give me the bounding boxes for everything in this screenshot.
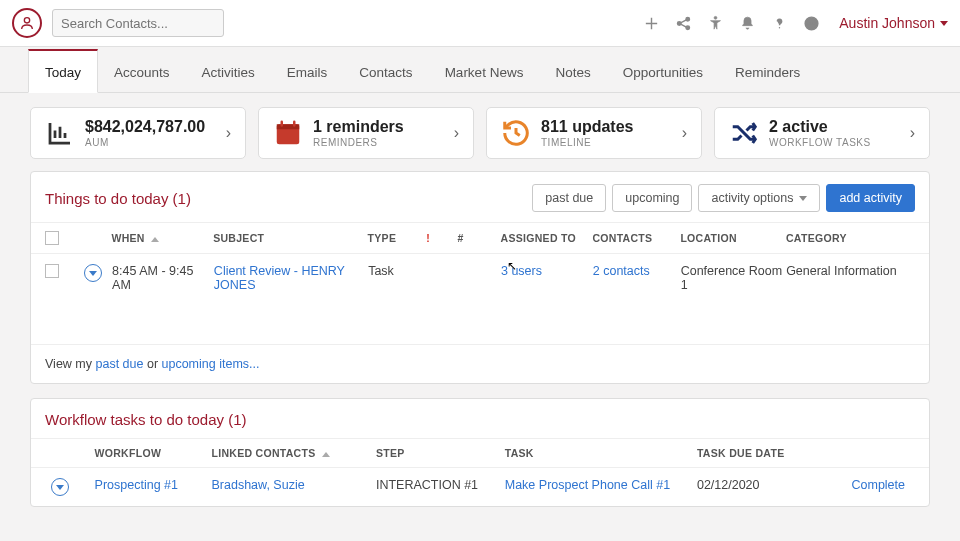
col-workflow[interactable]: WORKFLOW <box>95 447 212 459</box>
svg-point-8 <box>811 22 812 23</box>
history-icon <box>501 120 531 146</box>
things-panel: Things to do today (1) past due upcoming… <box>30 171 930 384</box>
upcoming-button[interactable]: upcoming <box>612 184 692 212</box>
tab-emails[interactable]: Emails <box>271 51 344 92</box>
shuffle-icon <box>729 120 759 146</box>
tabbar: Today Accounts Activities Emails Contact… <box>0 47 960 93</box>
cell-workflow[interactable]: Prospecting #1 <box>95 478 212 492</box>
chevron-down-icon <box>89 271 97 276</box>
activity-options-button[interactable]: activity options <box>698 184 820 212</box>
svg-point-7 <box>808 22 809 23</box>
svg-point-9 <box>813 22 814 23</box>
card-aum[interactable]: $842,024,787.00AUM › <box>30 107 246 159</box>
workflow-panel: Workflow tasks to do today (1) WORKFLOW … <box>30 398 930 507</box>
table-row[interactable]: Prospecting #1 Bradshaw, Suzie INTERACTI… <box>31 468 929 506</box>
col-task[interactable]: TASK <box>505 447 697 459</box>
card-sub: REMINDERS <box>313 137 404 148</box>
card-sub: TIMELINE <box>541 137 633 148</box>
panel-title: Things to do today (1) <box>45 190 191 207</box>
col-linked[interactable]: LINKED CONTACTS <box>211 447 375 459</box>
calendar-icon <box>273 120 303 146</box>
footer-mid: or <box>143 357 161 371</box>
cell-when: 8:45 AM - 9:45 AM <box>112 264 214 292</box>
cell-task[interactable]: Make Prospect Phone Call #1 <box>505 478 697 492</box>
cell-assigned[interactable]: 3 users <box>501 264 593 278</box>
label: activity options <box>711 191 793 205</box>
col-subject[interactable]: SUBJECT <box>213 232 367 244</box>
card-reminders[interactable]: 1 remindersREMINDERS › <box>258 107 474 159</box>
user-menu[interactable]: Austin Johnson <box>839 15 948 31</box>
tab-notes[interactable]: Notes <box>539 51 606 92</box>
card-title: 2 active <box>769 118 871 136</box>
cell-linked[interactable]: Bradshaw, Suzie <box>212 478 376 492</box>
search-input[interactable] <box>52 9 224 37</box>
cell-location: Conference Room 1 <box>681 264 786 292</box>
accessibility-icon[interactable] <box>701 9 729 37</box>
col-category[interactable]: CATEGORY <box>786 232 915 244</box>
panel-title: Workflow tasks to do today (1) <box>45 411 246 428</box>
caret-down-icon <box>799 196 807 201</box>
svg-rect-11 <box>277 124 300 129</box>
chat-icon[interactable] <box>797 9 825 37</box>
card-title: 1 reminders <box>313 118 404 136</box>
caret-down-icon <box>940 21 948 26</box>
col-due[interactable]: TASK DUE DATE <box>697 447 836 459</box>
svg-rect-13 <box>293 121 296 127</box>
cell-step: INTERACTION #1 <box>376 478 505 492</box>
username-label: Austin Johnson <box>839 15 935 31</box>
col-type[interactable]: TYPE <box>368 232 427 244</box>
plus-icon[interactable] <box>637 9 665 37</box>
card-updates[interactable]: 811 updatesTIMELINE › <box>486 107 702 159</box>
cell-category: General Information <box>786 264 915 278</box>
table-row[interactable]: 8:45 AM - 9:45 AM Client Review - HENRY … <box>31 254 929 302</box>
row-checkbox[interactable] <box>45 264 59 278</box>
upcoming-items-link[interactable]: upcoming items... <box>162 357 260 371</box>
card-sub: WORKFLOW TASKS <box>769 137 871 148</box>
bar-chart-icon <box>45 120 75 146</box>
cell-subject[interactable]: Client Review - HENRY JONES <box>214 264 368 292</box>
tab-reminders[interactable]: Reminders <box>719 51 816 92</box>
footer-prefix: View my <box>45 357 95 371</box>
tab-accounts[interactable]: Accounts <box>98 51 186 92</box>
col-priority[interactable]: ! <box>426 232 457 244</box>
col-assigned[interactable]: ASSIGNED TO <box>501 232 593 244</box>
things-table-header: WHEN SUBJECT TYPE ! # ASSIGNED TO CONTAC… <box>31 222 929 254</box>
select-all-checkbox[interactable] <box>45 231 59 245</box>
tab-contacts[interactable]: Contacts <box>343 51 428 92</box>
cell-contacts[interactable]: 2 contacts <box>593 264 681 278</box>
help-icon[interactable] <box>765 9 793 37</box>
tab-market-news[interactable]: Market News <box>429 51 540 92</box>
svg-point-0 <box>24 18 29 23</box>
complete-link[interactable]: Complete <box>836 478 915 492</box>
add-activity-button[interactable]: add activity <box>826 184 915 212</box>
app-logo[interactable] <box>12 8 42 38</box>
past-due-button[interactable]: past due <box>532 184 606 212</box>
tab-activities[interactable]: Activities <box>186 51 271 92</box>
tab-opportunities[interactable]: Opportunities <box>607 51 719 92</box>
col-step[interactable]: STEP <box>376 447 505 459</box>
col-number[interactable]: # <box>458 232 501 244</box>
expand-toggle[interactable] <box>51 478 69 496</box>
past-due-link[interactable]: past due <box>95 357 143 371</box>
chevron-right-icon: › <box>682 124 687 142</box>
workflow-table-header: WORKFLOW LINKED CONTACTS STEP TASK TASK … <box>31 438 929 468</box>
chevron-down-icon <box>56 485 64 490</box>
sort-asc-icon <box>151 237 159 242</box>
bell-icon[interactable] <box>733 9 761 37</box>
col-location[interactable]: LOCATION <box>680 232 786 244</box>
tab-today[interactable]: Today <box>28 49 98 93</box>
expand-toggle[interactable] <box>84 264 102 282</box>
cell-type: Task <box>368 264 427 278</box>
cell-due: 02/12/2020 <box>697 478 836 492</box>
things-footer: View my past due or upcoming items... <box>31 344 929 383</box>
col-when[interactable]: WHEN <box>111 232 213 244</box>
summary-cards: $842,024,787.00AUM › 1 remindersREMINDER… <box>0 93 960 171</box>
share-icon[interactable] <box>669 9 697 37</box>
card-workflow[interactable]: 2 activeWORKFLOW TASKS › <box>714 107 930 159</box>
card-title: $842,024,787.00 <box>85 118 205 136</box>
svg-point-4 <box>714 16 717 19</box>
card-sub: AUM <box>85 137 205 148</box>
topbar: Austin Johnson <box>0 0 960 47</box>
col-contacts[interactable]: CONTACTS <box>592 232 680 244</box>
svg-point-5 <box>779 27 780 28</box>
